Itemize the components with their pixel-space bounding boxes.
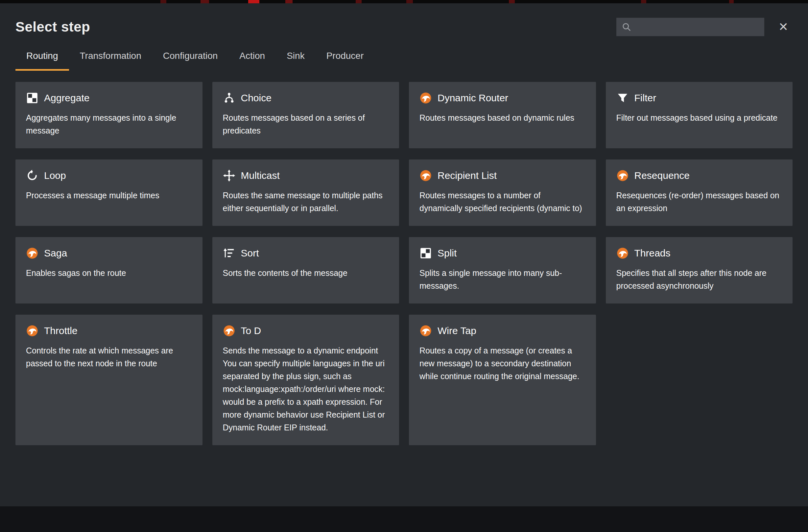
card-title: Aggregate — [44, 92, 89, 104]
card-description: Sends the message to a dynamic endpoint … — [223, 344, 389, 434]
tab-transformation[interactable]: Transformation — [69, 51, 152, 71]
top-strip-segment — [201, 0, 209, 3]
tab-label: Sink — [287, 51, 305, 61]
card-description: Controls the rate at which messages are … — [26, 344, 192, 370]
card-header: Filter — [617, 92, 782, 104]
card-title: Dynamic Router — [438, 92, 508, 104]
card-throttle[interactable]: Throttle Controls the rate at which mess… — [16, 315, 202, 445]
filter-icon — [617, 92, 629, 104]
multicast-icon — [223, 169, 235, 182]
card-header: Throttle — [26, 325, 192, 337]
card-header: Resequence — [617, 169, 782, 182]
card-title: Recipient List — [438, 170, 497, 181]
card-recipient-list[interactable]: Recipient List Routes messages to a numb… — [409, 160, 596, 226]
card-split[interactable]: Split Splits a single message into many … — [409, 237, 596, 304]
top-strip-segment — [509, 0, 515, 3]
camel-icon — [617, 169, 629, 182]
top-strip — [0, 0, 808, 3]
close-icon: ✕ — [778, 20, 788, 34]
top-strip-segment — [356, 0, 362, 3]
card-title: Saga — [44, 247, 67, 259]
loop-icon — [26, 169, 38, 182]
top-strip-segment — [641, 0, 646, 3]
camel-icon — [420, 325, 432, 337]
tab-sink[interactable]: Sink — [276, 51, 315, 71]
card-header: Split — [420, 247, 585, 259]
card-to-d[interactable]: To D Sends the message to a dynamic endp… — [213, 315, 399, 445]
card-choice[interactable]: Choice Routes messages based on a series… — [213, 82, 399, 148]
card-description: Sorts the contents of the message — [223, 267, 389, 279]
card-title: Threads — [635, 247, 671, 259]
card-description: Routes messages based on a series of pre… — [223, 111, 389, 137]
card-header: Choice — [223, 92, 389, 104]
camel-icon — [223, 325, 235, 337]
tab-routing[interactable]: Routing — [16, 51, 69, 71]
search-input[interactable] — [617, 18, 764, 36]
step-card-grid: Aggregate Aggregates many messages into … — [16, 82, 792, 445]
top-strip-segment — [161, 0, 166, 3]
card-description: Resequences (re-order) messages based on… — [617, 189, 782, 215]
card-filter[interactable]: Filter Filter out messages based using a… — [606, 82, 793, 148]
tab-label: Routing — [26, 51, 58, 61]
card-description: Routes a copy of a message (or creates a… — [420, 344, 585, 383]
select-step-modal: Select step ✕ Routing Transformation Con… — [0, 3, 808, 506]
top-strip-segment — [285, 0, 293, 3]
camel-icon — [420, 92, 432, 104]
card-title: Resequence — [635, 170, 690, 181]
split-icon — [420, 247, 432, 259]
card-title: Multicast — [241, 170, 280, 181]
card-dynamic-router[interactable]: Dynamic Router Routes messages based on … — [409, 82, 596, 148]
card-title: Loop — [44, 170, 66, 181]
card-sort[interactable]: Sort Sorts the contents of the message — [213, 237, 399, 304]
card-title: Throttle — [44, 325, 78, 336]
close-button[interactable]: ✕ — [774, 18, 792, 36]
card-description: Routes messages based on dynamic rules — [420, 111, 585, 124]
choice-icon — [223, 92, 235, 104]
card-description: Routes messages to a number of dynamical… — [420, 189, 585, 215]
card-title: Sort — [241, 247, 259, 259]
card-title: Wire Tap — [438, 325, 476, 336]
card-wire-tap[interactable]: Wire Tap Routes a copy of a message (or … — [409, 315, 596, 445]
card-header: Threads — [617, 247, 782, 259]
top-strip-segment — [406, 0, 413, 3]
top-strip-segment — [729, 0, 734, 3]
tab-configuration[interactable]: Configuration — [152, 51, 229, 71]
card-saga[interactable]: Saga Enables sagas on the route — [16, 237, 202, 304]
tab-action[interactable]: Action — [228, 51, 276, 71]
camel-icon — [26, 247, 38, 259]
tab-label: Producer — [326, 51, 364, 61]
card-header: To D — [223, 325, 389, 337]
card-description: Specifies that all steps after this node… — [617, 267, 782, 292]
card-header: Loop — [26, 169, 192, 182]
tab-label: Action — [239, 51, 265, 61]
card-header: Sort — [223, 247, 389, 259]
card-resequence[interactable]: Resequence Resequences (re-order) messag… — [606, 160, 793, 226]
modal-header: Select step ✕ — [16, 18, 792, 36]
card-threads[interactable]: Threads Specifies that all steps after t… — [606, 237, 793, 304]
card-description: Enables sagas on the route — [26, 267, 192, 279]
camel-icon — [26, 325, 38, 337]
sort-icon — [223, 247, 235, 259]
top-strip-segment — [248, 0, 259, 3]
card-title: Filter — [635, 92, 657, 104]
search-box[interactable] — [617, 18, 764, 36]
card-description: Routes the same message to multiple path… — [223, 189, 389, 215]
aggregate-icon — [26, 92, 38, 104]
card-aggregate[interactable]: Aggregate Aggregates many messages into … — [16, 82, 202, 148]
card-multicast[interactable]: Multicast Routes the same message to mul… — [213, 160, 399, 226]
card-title: Choice — [241, 92, 272, 104]
card-title: To D — [241, 325, 261, 336]
camel-icon — [420, 169, 432, 182]
tab-bar: Routing Transformation Configuration Act… — [16, 51, 792, 71]
card-header: Saga — [26, 247, 192, 259]
tab-producer[interactable]: Producer — [316, 51, 375, 71]
card-description: Aggregates many messages into a single m… — [26, 111, 192, 137]
card-header: Aggregate — [26, 92, 192, 104]
card-loop[interactable]: Loop Processes a message multiple times — [16, 160, 202, 226]
tab-label: Transformation — [80, 51, 141, 61]
card-header: Dynamic Router — [420, 92, 585, 104]
card-description: Splits a single message into many sub-me… — [420, 267, 585, 292]
card-header: Multicast — [223, 169, 389, 182]
card-description: Filter out messages based using a predic… — [617, 111, 782, 124]
card-header: Recipient List — [420, 169, 585, 182]
